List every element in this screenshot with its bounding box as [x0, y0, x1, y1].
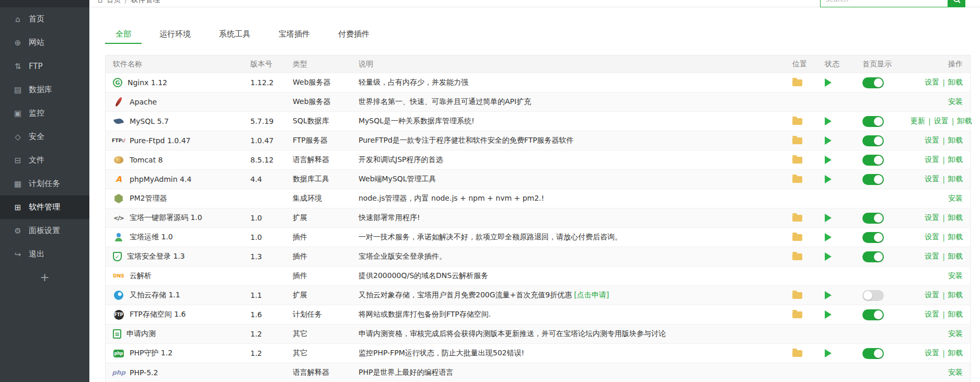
action-link-install[interactable]: 安装: [948, 97, 963, 107]
action-link-uninstall[interactable]: 卸载: [948, 78, 963, 87]
folder-icon[interactable]: [792, 234, 802, 241]
description-text: 世界排名第一、快速、可靠并且可通过简单的API扩充: [359, 97, 531, 106]
action-link-settings[interactable]: 设置: [925, 213, 939, 223]
sidebar-item-files[interactable]: ⊟文件: [0, 148, 89, 172]
action-link-settings[interactable]: 设置: [934, 117, 949, 126]
folder-icon[interactable]: [792, 311, 802, 318]
tab-paid-plugins[interactable]: 付费插件: [328, 25, 380, 44]
sidebar-item-logout[interactable]: ↪退出: [0, 242, 89, 266]
running-status-icon[interactable]: [825, 310, 832, 319]
home-display-toggle[interactable]: [862, 77, 884, 88]
running-status-icon[interactable]: [825, 156, 832, 164]
running-status-icon[interactable]: [825, 291, 832, 299]
software-type: 插件: [293, 233, 359, 242]
sidebar-item-security[interactable]: ◇安全: [0, 125, 89, 148]
sidebar-item-cron[interactable]: ▦计划任务: [0, 172, 89, 195]
deploy-icon: [113, 212, 124, 224]
sidebar-add-button[interactable]: +: [0, 266, 89, 288]
mysql-icon: [113, 115, 124, 127]
home-display-toggle[interactable]: [862, 116, 884, 127]
sidebar-item-panel[interactable]: ⚙面板设置: [0, 219, 89, 242]
sidebar-item-database[interactable]: ▤数据库: [0, 78, 89, 101]
action-link-uninstall[interactable]: 卸载: [948, 136, 963, 145]
action-link-uninstall[interactable]: 卸载: [948, 233, 963, 242]
action-link-install[interactable]: 安装: [948, 194, 963, 203]
home-display-toggle[interactable]: [862, 348, 884, 359]
phpguard-icon: [113, 348, 124, 359]
home-display-toggle[interactable]: [862, 290, 884, 301]
folder-icon[interactable]: [792, 292, 802, 299]
home-display-toggle[interactable]: [862, 232, 884, 243]
software-name-cell: 云解析: [106, 270, 250, 282]
action-link-update[interactable]: 更新: [910, 117, 925, 126]
folder-icon[interactable]: [792, 215, 802, 222]
running-status-icon[interactable]: [825, 233, 832, 241]
breadcrumb-home-link[interactable]: 首页: [107, 0, 121, 5]
actions-cell: 更新|设置|卸载: [910, 117, 979, 126]
action-link-install[interactable]: 安装: [948, 271, 963, 281]
search-button[interactable]: [948, 0, 965, 7]
running-status-icon[interactable]: [825, 252, 832, 261]
breadcrumb-current: 软件管理: [131, 0, 160, 5]
software-description: node.js管理器，内置 node.js + npm + nvm + pm2.…: [359, 194, 787, 203]
running-status-icon[interactable]: [825, 214, 832, 222]
table-row: 云解析插件提供200000Q/S的域名DNS云解析服务安装: [106, 266, 970, 285]
action-separator: |: [942, 214, 945, 222]
action-link-uninstall[interactable]: 卸载: [948, 252, 963, 261]
tab-all[interactable]: 全部: [105, 25, 142, 44]
folder-icon[interactable]: [792, 79, 802, 86]
description-text: 监控PHP-FPM运行状态，防止大批量出现502错误!: [359, 349, 524, 357]
home-display-toggle[interactable]: [862, 251, 884, 262]
action-link-uninstall[interactable]: 卸载: [957, 117, 972, 126]
folder-icon[interactable]: [792, 350, 802, 357]
sidebar-item-home[interactable]: ⌂首页: [0, 7, 89, 31]
home-display-toggle[interactable]: [862, 135, 884, 146]
sidebar-item-software[interactable]: ⊞软件管理: [0, 195, 89, 219]
sidebar-item-monitor[interactable]: ▣监控: [0, 101, 89, 125]
action-link-settings[interactable]: 设置: [925, 349, 939, 358]
running-status-icon[interactable]: [825, 117, 832, 125]
software-version: 8.5.12: [250, 156, 293, 164]
running-status-icon[interactable]: [825, 175, 832, 183]
sidebar-item-site[interactable]: ⊕网站: [0, 31, 89, 54]
tab-bt-plugins[interactable]: 宝塔插件: [268, 25, 320, 44]
folder-icon[interactable]: [792, 157, 802, 164]
action-link-install[interactable]: 安装: [948, 368, 963, 377]
action-separator: |: [942, 291, 945, 299]
home-display-toggle[interactable]: [862, 309, 884, 320]
action-link-settings[interactable]: 设置: [925, 155, 939, 165]
actions-cell: 设置|卸载: [910, 78, 970, 87]
action-link-settings[interactable]: 设置: [925, 233, 939, 242]
action-link-uninstall[interactable]: 卸载: [948, 349, 963, 358]
folder-icon[interactable]: [792, 176, 802, 183]
action-link-uninstall[interactable]: 卸载: [948, 291, 963, 300]
action-link-settings[interactable]: 设置: [925, 78, 939, 87]
running-status-icon[interactable]: [825, 349, 832, 357]
tab-system-tools[interactable]: 系统工具: [209, 25, 261, 44]
action-link-settings[interactable]: 设置: [925, 175, 939, 184]
search-input[interactable]: [820, 0, 948, 7]
action-link-install[interactable]: 安装: [948, 329, 963, 339]
sidebar-item-ftp[interactable]: ⇅FTP: [0, 54, 89, 78]
action-link-settings[interactable]: 设置: [925, 252, 939, 261]
action-link-uninstall[interactable]: 卸载: [948, 310, 963, 319]
folder-icon[interactable]: [792, 118, 802, 125]
action-link-settings[interactable]: 设置: [925, 136, 939, 145]
software-version: 1.0.47: [250, 136, 293, 145]
home-display-toggle[interactable]: [862, 174, 884, 185]
home-display-toggle[interactable]: [862, 213, 884, 224]
action-link-uninstall[interactable]: 卸载: [948, 175, 963, 184]
tab-runtime-env[interactable]: 运行环境: [149, 25, 201, 44]
folder-icon[interactable]: [792, 137, 802, 144]
software-name: Apache: [130, 98, 157, 106]
description-link[interactable]: [点击申请]: [574, 291, 609, 299]
action-separator: |: [942, 349, 945, 357]
home-display-toggle[interactable]: [862, 155, 884, 166]
action-link-settings[interactable]: 设置: [925, 310, 939, 319]
action-link-uninstall[interactable]: 卸载: [948, 155, 963, 165]
folder-icon[interactable]: [792, 253, 802, 260]
running-status-icon[interactable]: [825, 136, 832, 145]
action-link-settings[interactable]: 设置: [925, 291, 939, 300]
running-status-icon[interactable]: [825, 78, 832, 87]
action-link-uninstall[interactable]: 卸载: [948, 213, 963, 223]
